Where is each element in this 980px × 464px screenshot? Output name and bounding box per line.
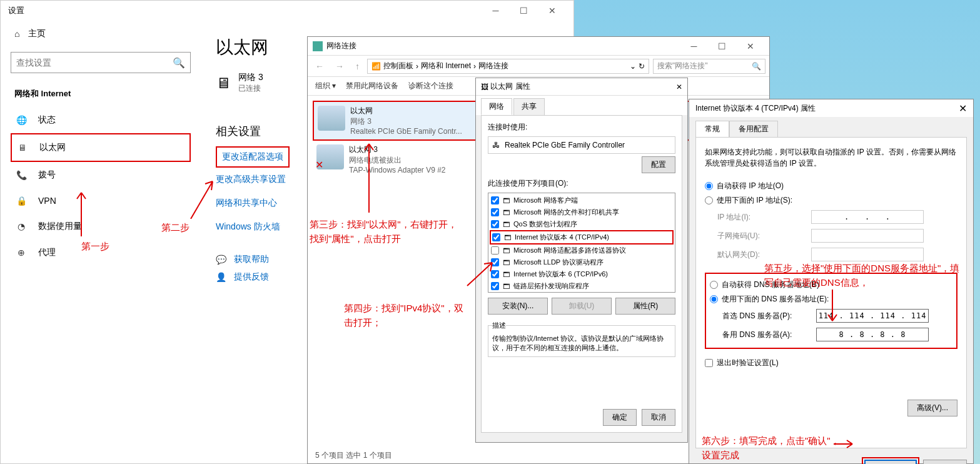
proxy-icon: ⊕ [16, 248, 27, 258]
ep-titlebar: 🖼 以太网 属性 ✕ [476, 78, 687, 96]
protocol-item[interactable]: 🗔链路层拓扑发现响应程序 [490, 280, 674, 292]
ip-close[interactable]: ✕ [959, 103, 967, 114]
network-name: 网络 3 [238, 72, 263, 83]
feedback-icon: 👤 [216, 272, 226, 282]
maximize-button[interactable]: ☐ [510, 1, 538, 21]
protocol-item[interactable]: 🗔Microsoft 网络客户端 [490, 194, 674, 206]
nc-search[interactable]: 搜索"网络连接" 🔍 [653, 59, 765, 74]
section-label: 网络和 Internet [14, 88, 191, 99]
ipv4-properties-window: Internet 协议版本 4 (TCP/IPv4) 属性 ✕ 常规 备用配置 … [689, 99, 974, 464]
radio-auto-ip[interactable]: 自动获得 IP 地址(O) [705, 179, 957, 193]
search-icon: 🔍 [173, 57, 185, 69]
protocol-item[interactable]: 🗔Microsoft 网络的文件和打印机共享 [490, 206, 674, 218]
advanced-button[interactable]: 高级(V)... [907, 400, 957, 416]
ethernet-properties-window: 🖼 以太网 属性 ✕ 网络 共享 连接时使用: 🖧 Realtek PCIe G… [475, 78, 688, 443]
search-field[interactable] [16, 58, 173, 68]
forward-button[interactable]: → [331, 61, 348, 71]
toolbar-organize[interactable]: 组织 ▾ [315, 81, 336, 91]
configure-button[interactable]: 配置 [642, 156, 675, 173]
ep-close[interactable]: ✕ [676, 83, 682, 91]
adapter-display: 🖧 Realtek PCIe GbE Family Controller [488, 136, 675, 154]
dialup-icon: 📞 [16, 170, 27, 180]
adapter-icon: ✕ [316, 144, 344, 169]
protocol-list[interactable]: 🗔Microsoft 网络客户端🗔Microsoft 网络的文件和打印机共享🗔Q… [488, 193, 675, 293]
tab-network[interactable]: 网络 [481, 98, 512, 115]
ip-address-label: IP 地址(I): [717, 212, 811, 223]
network-status: 已连接 [238, 83, 263, 94]
subnet-mask-input[interactable] [811, 229, 924, 243]
install-button[interactable]: 安装(N)... [488, 298, 548, 315]
link-adapter-options[interactable]: 更改适配器选项 [216, 146, 290, 168]
subnet-mask-label: 子网掩码(U): [717, 231, 811, 241]
home-label: 主页 [28, 28, 46, 39]
ep-cancel-button[interactable]: 取消 [642, 409, 675, 426]
toolbar-disable[interactable]: 禁用此网络设备 [346, 81, 398, 91]
ep-ok-button[interactable]: 确定 [603, 409, 637, 426]
nc-title: 网络连接 [326, 41, 356, 51]
nc-icon [313, 41, 323, 51]
gateway-input[interactable] [811, 248, 924, 261]
properties-button[interactable]: 属性(R) [615, 298, 675, 315]
close-button[interactable]: ✕ [538, 1, 566, 21]
toolbar-diagnose[interactable]: 诊断这个连接 [408, 81, 453, 91]
tab-sharing[interactable]: 共享 [513, 98, 545, 115]
ep-title: 以太网 属性 [490, 81, 530, 92]
nc-minimize[interactable]: ─ [680, 36, 708, 56]
protocol-icon: 🗔 [503, 271, 510, 278]
protocol-icon: 🗔 [503, 221, 510, 228]
settings-titlebar: 设置 ─ ☐ ✕ [1, 1, 573, 21]
home-link[interactable]: ⌂ 主页 [11, 21, 191, 47]
minimize-button[interactable]: ─ [482, 1, 510, 21]
items-label: 此连接使用下列项目(O): [488, 178, 675, 189]
up-button[interactable]: ↑ [351, 61, 363, 71]
protocol-item[interactable]: 🗔Microsoft LLDP 协议驱动程序 [490, 256, 674, 268]
nic-icon: 🖧 [492, 141, 500, 149]
dns1-label: 首选 DNS 服务器(P): [722, 311, 816, 321]
nav-data-usage[interactable]: ◔数据使用量 [11, 213, 191, 240]
tab-general[interactable]: 常规 [695, 121, 729, 137]
protocol-icon: 🗔 [503, 283, 510, 290]
nc-close[interactable]: ✕ [736, 36, 764, 56]
nc-statusbar: 5 个项目 选中 1 个项目 [315, 450, 392, 461]
network-icon: 🖥 [216, 74, 231, 92]
vpn-icon: 🔒 [16, 196, 27, 206]
nav-dialup[interactable]: 📞拨号 [11, 162, 191, 188]
nav-proxy[interactable]: ⊕代理 [11, 240, 191, 266]
protocol-icon: 🗔 [503, 197, 510, 204]
protocol-icon: 🗔 [503, 259, 510, 266]
protocol-icon: 🗔 [504, 234, 511, 241]
help-icon: 💬 [216, 255, 226, 265]
radio-manual-ip[interactable]: 使用下面的 IP 地址(S): [705, 193, 957, 208]
protocol-icon: 🗔 [503, 247, 510, 255]
uninstall-button[interactable]: 卸载(U) [552, 298, 612, 315]
protocol-item[interactable]: 🗔Internet 协议版本 4 (TCP/IPv4) [490, 230, 674, 245]
back-button[interactable]: ← [311, 61, 328, 71]
adapter-icon [318, 106, 345, 131]
protocol-item[interactable]: 🗔Microsoft 网络适配器多路传送器协议 [490, 245, 674, 256]
ip-info: 如果网络支持此功能，则可以获取自动指派的 IP 设置。否则，你需要从网络系统管理… [705, 146, 957, 169]
protocol-item[interactable]: 🗔QoS 数据包计划程序 [490, 218, 674, 230]
breadcrumb[interactable]: 📶 控制面板› 网络和 Internet› 网络连接 ⌄↻ [367, 59, 649, 74]
nav-status[interactable]: 🌐状态 [11, 107, 191, 133]
tab-alternate[interactable]: 备用配置 [729, 121, 778, 137]
dns2-label: 备用 DNS 服务器(A): [722, 330, 816, 340]
nc-nav: ← → ↑ 📶 控制面板› 网络和 Internet› 网络连接 ⌄↻ 搜索"网… [308, 56, 769, 77]
gateway-label: 默认网关(D): [717, 250, 811, 260]
ip-ok-button[interactable]: 确定 [864, 460, 917, 464]
nc-titlebar: 网络连接 ─ ☐ ✕ [308, 37, 769, 56]
settings-sidebar: ⌂ 主页 🔍 网络和 Internet 🌐状态 🖥以太网 📞拨号 🔒VPN ◔数… [1, 21, 201, 463]
nav-ethernet[interactable]: 🖥以太网 [11, 133, 191, 162]
nc-maximize[interactable]: ☐ [708, 36, 736, 56]
desc-text: 传输控制协议/Internet 协议。该协议是默认的广域网络协议，用于在不同的相… [492, 335, 664, 351]
settings-title: 设置 [8, 5, 24, 16]
validate-checkbox[interactable]: 退出时验证设置(L) [705, 358, 957, 368]
nav-vpn[interactable]: 🔒VPN [11, 188, 191, 213]
dns2-input[interactable]: 8 . 8 . 8 . 8 [816, 328, 929, 341]
data-icon: ◔ [16, 221, 27, 231]
ip-cancel-button[interactable]: 取消 [923, 460, 967, 464]
protocol-item[interactable]: 🗔Internet 协议版本 6 (TCP/IPv6) [490, 268, 674, 280]
protocol-icon: 🗔 [503, 209, 510, 216]
search-input[interactable]: 🔍 [11, 52, 191, 73]
ethernet-icon: 🖥 [17, 143, 28, 153]
ip-address-input[interactable]: . . . [811, 210, 924, 224]
